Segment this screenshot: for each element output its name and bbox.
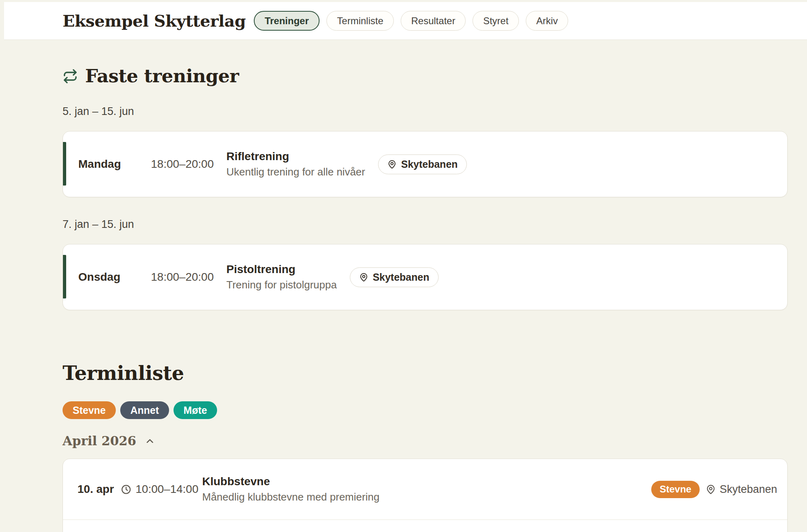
repeat-icon (63, 69, 78, 84)
training-card-mandag: Mandag 18:00–20:00 Rifletrening Ukentlig… (63, 131, 788, 197)
legend-pill-annet: Annet (120, 401, 169, 419)
page: Eksempel Skytterlag Treninger Terminlist… (0, 0, 807, 532)
training-title: Rifletrening (226, 150, 365, 163)
event-date: 10. apr (77, 483, 121, 496)
training-description: Ukentlig trening for alle nivåer (226, 166, 365, 178)
accent-bar (63, 142, 66, 186)
category-legend: Stevne Annet Møte (63, 401, 788, 419)
training-time: 18:00–20:00 (151, 158, 226, 171)
location-label: Skytebanen (719, 483, 777, 496)
map-pin-icon (706, 484, 716, 494)
period-label: 5. jan – 15. jun (63, 105, 788, 118)
period-label: 7. jan – 15. jun (63, 218, 788, 231)
event-row: 19. apr 10:00–15:00 Dugnad — banestell R… (63, 519, 787, 532)
training-description: Trening for pistolgruppa (226, 279, 337, 291)
nav-tab-terminliste[interactable]: Terminliste (326, 11, 394, 31)
map-pin-icon (387, 160, 397, 169)
nav-tab-treninger[interactable]: Treninger (254, 11, 320, 31)
training-title: Pistoltrening (226, 263, 337, 276)
nav-tab-styret[interactable]: Styret (472, 11, 519, 31)
event-description: Månedlig klubbstevne med premiering (202, 491, 643, 503)
category-badge: Stevne (651, 481, 700, 498)
accent-bar (63, 255, 66, 298)
training-card-onsdag: Onsdag 18:00–20:00 Pistoltrening Trening… (63, 244, 788, 310)
event-time: 10:00–14:00 (136, 483, 199, 496)
nav-tab-arkiv[interactable]: Arkiv (526, 11, 568, 31)
nav-tab-resultater[interactable]: Resultater (401, 11, 466, 31)
training-day: Mandag (78, 158, 151, 171)
location-badge: Skytebanen (350, 267, 439, 287)
month-label: April 2026 (63, 434, 136, 448)
events-card: 10. apr 10:00–14:00 Klubbstevne Månedlig… (63, 459, 788, 532)
main-content: Faste treninger 5. jan – 15. jun Mandag … (0, 40, 807, 532)
clock-icon (121, 484, 132, 495)
legend-pill-stevne: Stevne (63, 401, 116, 419)
training-day: Onsdag (78, 271, 151, 284)
location-label: Skytebanen (373, 271, 429, 283)
section-title: Faste treninger (85, 65, 239, 87)
event-title: Klubbstevne (202, 475, 643, 488)
map-pin-icon (359, 273, 368, 282)
site-title: Eksempel Skytterlag (63, 11, 246, 30)
event-location: Skytebanen (706, 483, 777, 496)
event-row: 10. apr 10:00–14:00 Klubbstevne Månedlig… (63, 459, 787, 519)
main-nav: Treninger Terminliste Resultater Styret … (254, 11, 568, 31)
chevron-up-icon (144, 436, 155, 446)
terminliste-heading: Terminliste (63, 362, 788, 384)
location-badge: Skytebanen (378, 154, 467, 174)
fixed-trainings-heading: Faste treninger (63, 65, 788, 87)
location-label: Skytebanen (401, 159, 458, 170)
training-time: 18:00–20:00 (151, 271, 226, 284)
legend-pill-mote: Møte (174, 401, 217, 419)
header: Eksempel Skytterlag Treninger Terminlist… (4, 2, 807, 40)
month-group-toggle[interactable]: April 2026 (63, 434, 155, 448)
